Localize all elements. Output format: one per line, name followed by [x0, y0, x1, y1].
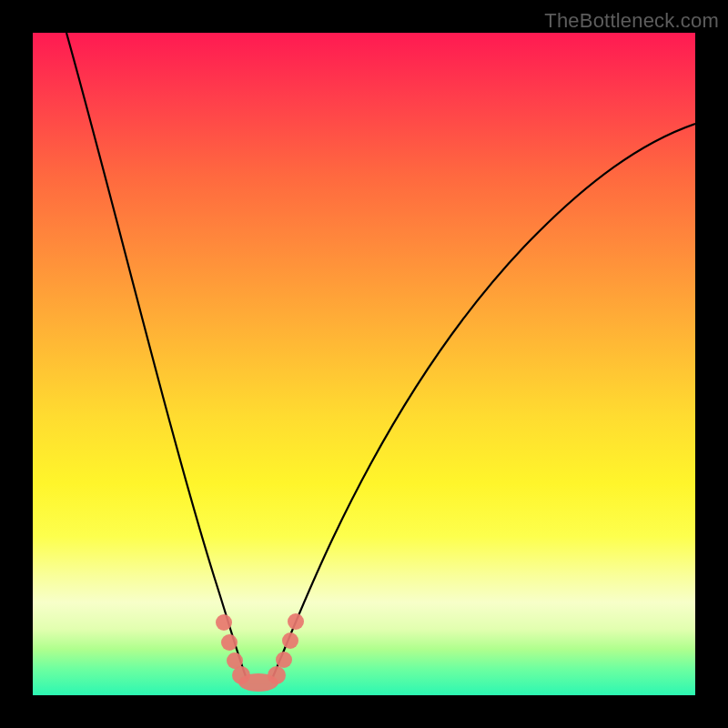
watermark-text: TheBottleneck.com [544, 9, 719, 33]
curve-left [66, 33, 247, 679]
svg-point-1 [221, 634, 238, 651]
chart-svg [33, 33, 695, 695]
curve-right [272, 124, 695, 679]
chart-frame: TheBottleneck.com [0, 0, 728, 728]
svg-point-0 [216, 614, 232, 631]
svg-point-7 [282, 632, 298, 649]
chart-area [33, 33, 695, 695]
svg-point-8 [288, 613, 304, 630]
svg-point-5 [268, 666, 286, 684]
svg-point-6 [276, 652, 292, 668]
valley-markers [216, 613, 304, 692]
